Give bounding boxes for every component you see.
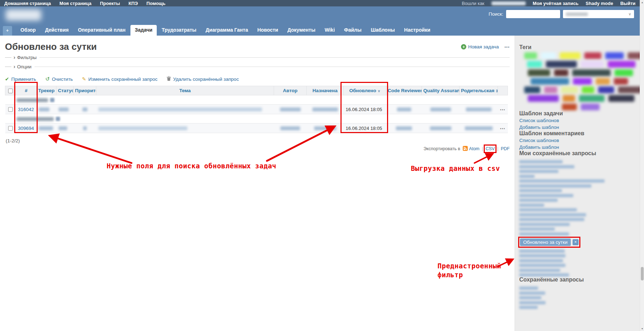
tag-pill-redacted[interactable]	[579, 95, 605, 102]
scrollbar-thumb[interactable]	[641, 267, 644, 280]
saved-query-link-redacted[interactable]	[519, 273, 569, 277]
saved-query-link-redacted[interactable]	[519, 296, 541, 299]
tag-pill-redacted[interactable]	[541, 52, 556, 59]
menu-shady-mode[interactable]: Shady mode	[586, 1, 613, 6]
menu-account[interactable]: Моя учётная запись	[533, 1, 579, 6]
template-list-link[interactable]: Список шаблонов	[519, 118, 635, 124]
tag-pill-redacted[interactable]	[524, 86, 540, 93]
edit-saved-query-button[interactable]: ✎ Изменить сохранённый запрос	[82, 76, 157, 82]
tab-overview[interactable]: Обзор	[16, 25, 40, 36]
tag-pill-redacted[interactable]	[527, 61, 542, 68]
saved-query-link-redacted[interactable]	[519, 232, 569, 236]
tab-wiki[interactable]: Wiki	[320, 25, 339, 36]
menu-logout[interactable]: Выйти	[620, 1, 635, 6]
tag-pill-redacted[interactable]	[572, 69, 611, 76]
tag-pill-redacted[interactable]	[608, 61, 635, 68]
tab-settings[interactable]: Настройки	[400, 25, 435, 36]
menu-kpi[interactable]: КПЭ	[129, 1, 138, 6]
row-checkbox[interactable]	[8, 126, 13, 131]
select-all-checkbox[interactable]	[8, 89, 13, 93]
tab-templates[interactable]: Шаблоны	[366, 25, 399, 36]
col-header-tracker[interactable]: Трекер	[37, 86, 57, 95]
tab-spent-time[interactable]: Трудозатраты	[157, 25, 201, 36]
saved-query-link-redacted[interactable]	[519, 208, 577, 211]
template-add-link[interactable]: Добавить шаблон	[519, 145, 635, 150]
saved-query-link-redacted[interactable]	[519, 160, 563, 163]
close-icon[interactable]: ×	[573, 239, 579, 245]
more-menu-button[interactable]: •••	[504, 45, 510, 49]
saved-query-link-redacted[interactable]	[519, 170, 558, 173]
saved-query-link-redacted[interactable]	[519, 306, 538, 309]
saved-query-link-redacted[interactable]	[519, 227, 555, 231]
tag-pill-redacted[interactable]	[581, 61, 604, 68]
saved-query-link-redacted[interactable]	[519, 223, 570, 226]
saved-query-selected[interactable]: Обновлено за сутки	[520, 238, 571, 246]
saved-query-link-redacted[interactable]	[519, 287, 538, 290]
col-header-parent-task[interactable]: Родительская задача	[460, 86, 498, 95]
saved-query-link-redacted[interactable]	[519, 264, 565, 267]
saved-query-link-redacted[interactable]	[519, 199, 558, 202]
tab-documents[interactable]: Документы	[283, 25, 320, 36]
filters-toggle[interactable]: › Фильтры	[5, 53, 510, 62]
tag-pill-redacted[interactable]	[618, 86, 640, 93]
row-context-menu[interactable]: •••	[500, 127, 505, 131]
saved-query-link-redacted[interactable]	[519, 291, 545, 295]
saved-query-link-redacted[interactable]	[519, 204, 544, 207]
col-header-id[interactable]: #	[16, 86, 37, 95]
tag-pill-redacted[interactable]	[582, 86, 594, 93]
export-pdf-link[interactable]: PDF	[501, 146, 510, 151]
menu-projects[interactable]: Проекты	[100, 1, 120, 6]
tab-add[interactable]: +	[3, 26, 12, 36]
tag-pill-redacted[interactable]	[598, 86, 614, 93]
row-context-menu[interactable]: •••	[500, 108, 505, 112]
saved-query-link-redacted[interactable]	[519, 189, 562, 192]
issue-id-link[interactable]: 309694	[18, 126, 34, 131]
tag-pill-redacted[interactable]	[608, 95, 634, 102]
tag-pill-redacted[interactable]	[528, 69, 550, 76]
export-csv-link[interactable]: CSV	[485, 146, 495, 151]
col-header-updated[interactable]: Обновлено ∨	[344, 86, 386, 95]
tag-pill-redacted[interactable]	[584, 52, 601, 59]
delete-saved-query-button[interactable]: Удалить сохранённый запрос	[167, 76, 239, 82]
col-header-assignee[interactable]: Назначена	[307, 86, 344, 95]
saved-query-link-redacted[interactable]	[519, 259, 563, 262]
tag-pill-redacted[interactable]	[615, 69, 633, 76]
template-add-link[interactable]: Добавить шаблон	[519, 125, 635, 130]
menu-help[interactable]: Помощь	[146, 1, 165, 6]
export-atom-link[interactable]: Atom	[463, 146, 479, 152]
tag-pill-redacted[interactable]	[573, 78, 592, 85]
saved-query-link-redacted[interactable]	[519, 218, 584, 221]
col-header-subject[interactable]: Тема	[96, 86, 274, 95]
saved-query-link-redacted[interactable]	[519, 184, 591, 188]
template-list-link[interactable]: Список шаблонов	[519, 138, 635, 143]
tag-pill-redacted[interactable]	[546, 61, 577, 68]
apply-button[interactable]: ✔ Применить	[5, 76, 36, 82]
tag-pill-redacted[interactable]	[560, 52, 580, 59]
col-header-author[interactable]: Автор	[274, 86, 307, 95]
tag-pill-redacted[interactable]	[554, 69, 568, 76]
tag-pill-redacted[interactable]	[614, 78, 628, 85]
menu-my-page[interactable]: Моя страница	[59, 1, 91, 6]
saved-query-link-redacted[interactable]	[519, 254, 565, 257]
saved-query-link-redacted[interactable]	[519, 194, 573, 197]
col-header-qa[interactable]: Quality Assurance	[422, 86, 460, 95]
new-task-button[interactable]: + Новая задача	[461, 44, 499, 49]
col-header-code-reviewer[interactable]: Code Reviewer	[386, 86, 422, 95]
tag-pill-redacted[interactable]	[563, 95, 575, 102]
tab-activity[interactable]: Действия	[41, 25, 73, 36]
tab-files[interactable]: Файлы	[340, 25, 366, 36]
tag-pill-redacted[interactable]	[524, 52, 537, 59]
saved-query-link-redacted[interactable]	[519, 179, 605, 183]
saved-query-link-redacted[interactable]	[519, 269, 560, 272]
tag-pill-redacted[interactable]	[596, 78, 610, 85]
tag-pill-redacted[interactable]	[562, 104, 577, 110]
saved-query-link-redacted[interactable]	[519, 165, 574, 168]
menu-home[interactable]: Домашняя страница	[4, 1, 51, 6]
clear-button[interactable]: ↺ Очистить	[45, 76, 73, 82]
tag-pill-redacted[interactable]	[544, 86, 557, 93]
tab-operational-plan[interactable]: Оперативный план	[74, 25, 130, 36]
scroll-up-arrow-icon[interactable]: ▲	[640, 1, 644, 4]
tab-gantt[interactable]: Диаграмма Ганта	[202, 25, 252, 36]
tag-pill-redacted[interactable]	[528, 95, 559, 102]
saved-query-link-redacted[interactable]	[519, 213, 586, 216]
